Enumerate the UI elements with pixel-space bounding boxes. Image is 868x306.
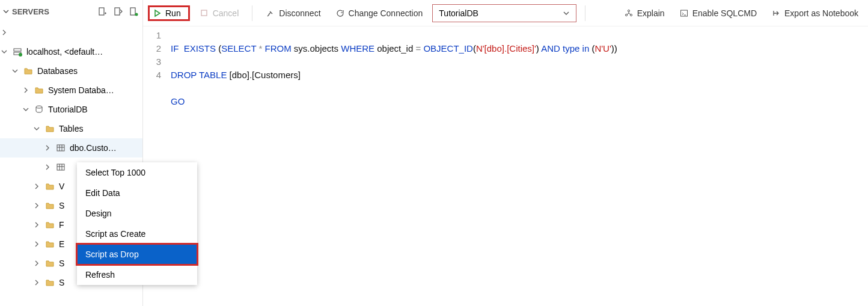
explain-button[interactable]: Explain <box>619 6 670 20</box>
notebook-label: Export as Notebook <box>784 8 858 18</box>
ctx-script-drop[interactable]: Script as Drop <box>77 244 197 265</box>
tree-row-tables[interactable]: Tables <box>0 119 142 138</box>
divider <box>585 5 585 21</box>
svg-rect-9 <box>57 164 64 170</box>
db-select-value: TutorialDB <box>439 8 478 18</box>
sysdb-label: System Databa… <box>48 85 114 95</box>
run-label: Run <box>165 8 181 18</box>
chevron-right-icon[interactable] <box>34 241 44 247</box>
sidebar-title-wrap[interactable]: SERVERS <box>2 7 49 16</box>
svg-rect-1 <box>115 8 120 15</box>
folder-icon <box>44 200 55 211</box>
databases-label: Databases <box>37 66 78 76</box>
sql-editor[interactable]: 1 2 3 4 IF EXISTS (SELECT * FROM sys.obj… <box>143 26 868 161</box>
tree-row-databases[interactable]: Databases <box>0 61 142 81</box>
tree-row-customers[interactable]: dbo.Custo… <box>0 138 142 158</box>
connect-icon[interactable] <box>128 6 139 17</box>
tree-row-blank[interactable] <box>0 23 142 42</box>
chevron-right-icon[interactable] <box>34 280 44 286</box>
query-toolbar: Run Cancel Disconnect Change Connection … <box>143 0 868 26</box>
divider <box>252 5 252 21</box>
trunc-label: E <box>59 239 64 249</box>
chevron-down-icon[interactable] <box>1 49 12 55</box>
line-gutter: 1 2 3 4 <box>143 29 171 161</box>
svg-point-11 <box>628 10 629 11</box>
svg-point-7 <box>36 106 42 108</box>
svg-rect-2 <box>130 8 135 15</box>
svg-point-3 <box>135 13 138 16</box>
lineno: 2 <box>143 42 161 55</box>
lineno: 3 <box>143 55 161 69</box>
disconnect-button[interactable]: Disconnect <box>261 6 325 20</box>
ctx-edit-data[interactable]: Edit Data <box>77 183 197 203</box>
folder-icon <box>44 181 55 192</box>
tree-row-server[interactable]: localhost, <default… <box>0 42 142 61</box>
svg-rect-4 <box>14 49 21 51</box>
run-button[interactable]: Run <box>148 5 190 21</box>
tree-row-tutorialdb[interactable]: TutorialDB <box>0 100 142 119</box>
tutorialdb-label: TutorialDB <box>48 105 88 114</box>
cancel-button: Cancel <box>195 6 244 20</box>
chevron-down-icon[interactable] <box>12 68 23 74</box>
sqlcmd-label: Enable SQLCMD <box>692 8 757 18</box>
sidebar-header-icons <box>97 6 139 17</box>
server-label: localhost, <default… <box>26 47 103 57</box>
new-query-icon[interactable] <box>112 6 123 17</box>
svg-rect-0 <box>99 8 104 15</box>
chevron-right-icon[interactable] <box>34 260 44 266</box>
server-icon <box>12 46 23 57</box>
sqlcmd-button[interactable]: Enable SQLCMD <box>674 6 762 20</box>
explain-label: Explain <box>637 8 665 18</box>
new-server-icon[interactable] <box>97 6 108 17</box>
svg-rect-10 <box>201 10 207 16</box>
main-area: Run Cancel Disconnect Change Connection … <box>143 0 868 306</box>
play-icon <box>153 9 162 17</box>
code-area[interactable]: IF EXISTS (SELECT * FROM sys.objects WHE… <box>171 29 868 161</box>
svg-rect-8 <box>57 145 64 151</box>
tables-label: Tables <box>59 124 83 133</box>
customers-label: dbo.Custo… <box>70 143 117 153</box>
svg-point-6 <box>19 53 22 57</box>
table-icon <box>55 142 66 153</box>
ctx-refresh[interactable]: Refresh <box>77 265 197 285</box>
chevron-right-icon[interactable] <box>34 203 44 209</box>
chevron-right-icon[interactable] <box>23 87 34 93</box>
plan-icon <box>624 8 634 18</box>
lineno: 1 <box>143 29 161 42</box>
trunc-label: S <box>59 259 64 268</box>
database-select[interactable]: TutorialDB <box>432 4 576 22</box>
cancel-label: Cancel <box>213 8 239 18</box>
change-connection-button[interactable]: Change Connection <box>331 6 428 20</box>
chevron-down-icon[interactable] <box>34 126 44 132</box>
change-conn-label: Change Connection <box>349 8 423 18</box>
lineno: 4 <box>143 69 161 82</box>
folder-icon <box>44 239 55 249</box>
table-icon <box>55 162 66 173</box>
database-icon <box>34 104 44 115</box>
export-notebook-button[interactable]: Export as Notebook <box>766 6 863 20</box>
tree-row-sysdb[interactable]: System Databa… <box>0 81 142 100</box>
folder-icon <box>44 123 55 134</box>
chevron-right-icon[interactable] <box>1 29 12 35</box>
chevron-right-icon[interactable] <box>44 145 55 151</box>
chevron-down-icon <box>2 8 10 15</box>
chevron-right-icon[interactable] <box>34 222 44 228</box>
disconnect-label: Disconnect <box>279 8 320 18</box>
chevron-right-icon[interactable] <box>44 164 55 170</box>
folder-icon <box>23 66 34 76</box>
ctx-script-create[interactable]: Script as Create <box>77 224 197 244</box>
chevron-right-icon[interactable] <box>34 183 44 189</box>
ctx-design[interactable]: Design <box>77 203 197 224</box>
sidebar-title: SERVERS <box>12 7 49 16</box>
trunc-label: S <box>59 278 64 287</box>
stop-icon <box>200 8 209 18</box>
ctx-select-top[interactable]: Select Top 1000 <box>77 162 197 183</box>
disconnect-icon <box>266 8 275 18</box>
chevron-down-icon[interactable] <box>23 106 34 112</box>
export-icon <box>771 8 781 18</box>
folder-icon <box>44 219 55 230</box>
folder-icon <box>44 277 55 288</box>
sidebar-header: SERVERS <box>0 0 142 23</box>
refresh-icon <box>335 8 345 18</box>
folder-icon <box>44 258 55 269</box>
